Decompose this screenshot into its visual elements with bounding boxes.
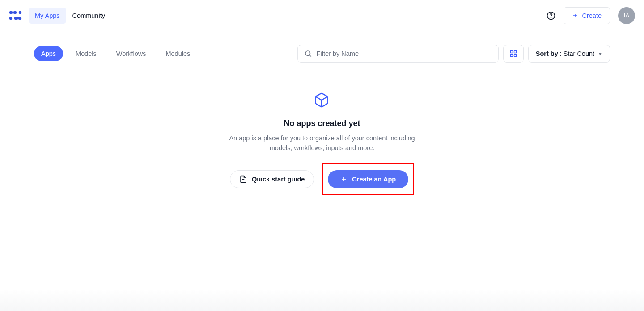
main-content: Apps Models Workflows Modules (0, 31, 644, 209)
tab-workflows[interactable]: Workflows (109, 46, 153, 61)
header-left: My Apps Community (9, 8, 111, 24)
svg-point-4 (9, 17, 12, 19)
svg-rect-2 (11, 11, 15, 13)
quick-start-button[interactable]: Quick start guide (230, 170, 314, 188)
bottom-gradient (0, 289, 644, 311)
nav-community[interactable]: Community (66, 8, 111, 24)
tab-models[interactable]: Models (68, 46, 104, 61)
content-toolbar: Apps Models Workflows Modules (34, 45, 610, 63)
create-button-label: Create (582, 12, 602, 19)
plus-icon (572, 13, 578, 19)
search-icon (304, 50, 312, 58)
help-icon[interactable] (547, 11, 555, 20)
grid-icon (509, 50, 517, 58)
brand-logo[interactable] (9, 10, 22, 21)
svg-point-9 (551, 17, 551, 17)
create-button[interactable]: Create (564, 7, 610, 24)
toolbar-right: Sort by: Star Count ▼ (297, 45, 610, 63)
svg-rect-16 (510, 55, 513, 57)
quick-start-label: Quick start guide (252, 176, 305, 183)
create-app-button[interactable]: Create an App (328, 170, 408, 188)
search-input[interactable] (317, 50, 492, 57)
main-nav: My Apps Community (29, 8, 111, 24)
resource-tabs: Apps Models Workflows Modules (34, 46, 197, 61)
avatar[interactable]: IA (618, 7, 635, 24)
sort-label: Sort by (536, 50, 558, 57)
svg-rect-17 (514, 55, 516, 57)
sort-value: : Star Count (560, 50, 594, 57)
header-right: Create IA (547, 7, 635, 24)
top-header: My Apps Community Create IA (0, 0, 644, 31)
svg-rect-7 (16, 17, 20, 19)
highlight-annotation: Create an App (322, 163, 414, 195)
sort-dropdown[interactable]: Sort by: Star Count ▼ (528, 45, 610, 63)
nav-my-apps[interactable]: My Apps (29, 8, 66, 24)
empty-state: No apps created yet An app is a place fo… (34, 92, 610, 195)
svg-point-12 (305, 51, 310, 56)
search-box[interactable] (297, 45, 499, 63)
document-icon (239, 175, 247, 183)
svg-rect-14 (510, 50, 513, 53)
empty-actions: Quick start guide Create an App (230, 163, 414, 195)
svg-point-3 (19, 11, 21, 13)
empty-title: No apps created yet (284, 119, 360, 128)
svg-rect-15 (514, 50, 516, 53)
tab-modules[interactable]: Modules (158, 46, 197, 61)
create-app-label: Create an App (352, 176, 396, 183)
svg-line-13 (309, 55, 311, 56)
box-icon (314, 92, 330, 109)
plus-icon (340, 176, 347, 183)
empty-description: An app is a place for you to organize al… (224, 134, 420, 153)
tab-apps[interactable]: Apps (34, 46, 63, 61)
grid-view-toggle[interactable] (503, 45, 524, 63)
chevron-down-icon: ▼ (598, 51, 602, 56)
